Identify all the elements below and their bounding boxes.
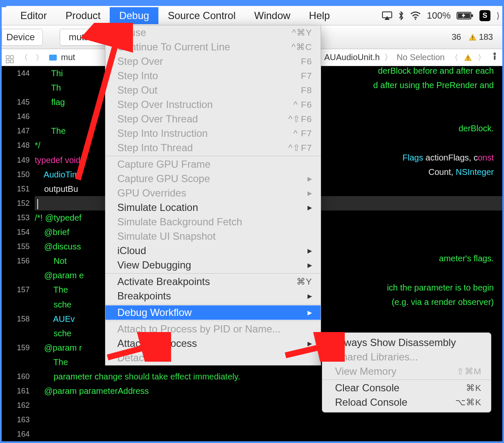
input-method-icon[interactable]: S — [479, 10, 490, 21]
wifi-icon[interactable] — [410, 11, 421, 20]
debug-menu-item: Pause^⌘Y — [105, 25, 321, 40]
svg-rect-4 — [471, 14, 473, 17]
battery-icon[interactable] — [457, 11, 474, 20]
svg-rect-8 — [472, 36, 473, 38]
svg-point-2 — [415, 18, 416, 20]
airplay-icon[interactable] — [382, 11, 392, 20]
menu-bar: Editor Product Debug Source Control Wind… — [2, 6, 502, 25]
debug-menu-item: Capture GPU Frame — [105, 157, 321, 172]
file-icon — [49, 53, 57, 62]
device-selector[interactable]: Device — [2, 29, 43, 46]
debug-menu-item: Step OverF6 — [105, 54, 321, 69]
debug-menu-item[interactable]: Simulate Location — [105, 200, 321, 215]
workflow-menu-item[interactable]: Reload Console⌥⌘K — [322, 395, 491, 410]
menu-debug[interactable]: Debug — [110, 7, 158, 24]
debug-dropdown[interactable]: Pause^⌘YContinue To Current Line^⌘CStep … — [105, 25, 321, 365]
related-items-icon[interactable] — [6, 51, 14, 64]
debug-menu-item: Continue To Current Line^⌘C — [105, 40, 321, 54]
svg-point-13 — [493, 53, 496, 55]
counterpart-back[interactable]: 〈 — [449, 53, 460, 63]
counterpart-forward[interactable]: 〉 — [476, 53, 487, 63]
battery-percentage: 100% — [427, 10, 451, 21]
issue-count-left[interactable]: 36 — [451, 32, 461, 42]
menu-help[interactable]: Help — [300, 7, 339, 24]
warning-icon[interactable] — [464, 54, 472, 61]
debug-menu-item[interactable]: View Debugging — [105, 258, 321, 272]
jump-file-left[interactable]: mut — [61, 53, 75, 62]
svg-rect-12 — [468, 59, 468, 60]
debug-menu-item: Simulate Background Fetch — [105, 215, 321, 229]
jump-selection[interactable]: No Selection — [397, 53, 445, 62]
svg-rect-14 — [494, 55, 496, 60]
debug-menu-item: Detach — [105, 351, 321, 365]
debug-menu-item: Step IntoF7 — [105, 69, 321, 83]
debug-menu-item: Step Over Thread^⇧F6 — [105, 112, 321, 126]
status-icons: 100% S ⟩ — [382, 10, 502, 21]
jump-file-header[interactable]: AUAudioUnit.h — [324, 53, 379, 62]
debug-menu-item[interactable]: Activate Breakpoints⌘Y — [105, 274, 321, 289]
workflow-menu-item[interactable]: Clear Console⌘K — [322, 381, 491, 395]
debug-menu-item: Step OutF8 — [105, 83, 321, 97]
breadcrumb-separator: 〉 — [384, 52, 393, 63]
menu-product[interactable]: Product — [56, 7, 110, 24]
menu-editor[interactable]: Editor — [11, 7, 56, 24]
debug-menu-item[interactable]: Breakpoints — [105, 289, 321, 303]
debug-menu-item[interactable]: Debug Workflow — [105, 305, 321, 320]
menu-source-control[interactable]: Source Control — [158, 7, 245, 24]
workflow-menu-item: View Memory⇧⌘M — [322, 364, 491, 379]
svg-rect-11 — [468, 56, 468, 58]
debug-menu-item: Simulate UI Snapshot — [105, 229, 321, 244]
debug-menu-item[interactable]: iCloud — [105, 244, 321, 258]
line-number-gutter: 1441451461471481491501511521531541551561… — [2, 66, 35, 443]
debug-menu-item: Attach to Process by PID or Name... — [105, 322, 321, 336]
workflow-menu-item: Shared Libraries... — [322, 350, 491, 364]
debug-menu-item: Step Into Instruction^ F7 — [105, 126, 321, 141]
debug-menu-item: GPU Overrides — [105, 186, 321, 200]
debug-menu-item: Capture GPU Scope — [105, 172, 321, 186]
nav-back[interactable]: 〈 — [19, 53, 30, 63]
nav-forward[interactable]: 〉 — [34, 53, 45, 63]
menubar-overflow-icon[interactable]: ⟩ — [496, 11, 500, 21]
debug-workflow-submenu[interactable]: Always Show DisassemblyShared Libraries.… — [322, 332, 491, 413]
menu-window[interactable]: Window — [245, 7, 299, 24]
svg-rect-9 — [472, 39, 473, 39]
workflow-menu-item[interactable]: Always Show Disassembly — [322, 335, 491, 350]
debug-menu-item: Step Into Thread^⇧F7 — [105, 141, 321, 155]
debug-menu-item: Step Over Instruction^ F6 — [105, 97, 321, 112]
bluetooth-icon[interactable] — [398, 11, 404, 20]
assistant-icon[interactable] — [491, 52, 498, 63]
debug-menu-item[interactable]: Attach to Process — [105, 336, 321, 351]
issue-count-right[interactable]: 183 — [469, 32, 493, 42]
